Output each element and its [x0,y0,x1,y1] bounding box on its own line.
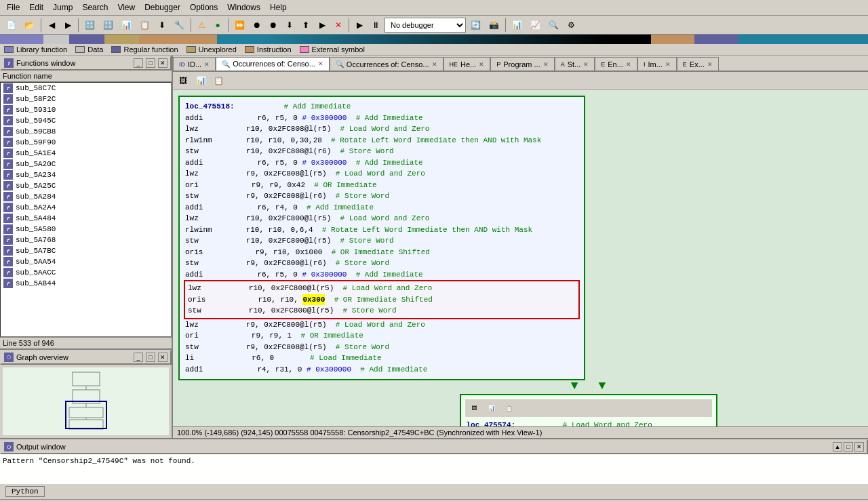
tab-hex[interactable]: HE He... ✕ [443,57,491,71]
func-sub_5A25C[interactable]: fsub_5A25C [1,180,171,191]
code-line-lwz3[interactable]: lwzr10, 0x2FC800@l(r5) # Load Word and Z… [184,213,580,224]
toolbar-stop[interactable]: ✕ [331,18,346,33]
toolbar-extra4[interactable]: ⚙ [564,18,578,33]
toolbar-extra2[interactable]: 📈 [527,18,544,33]
menu-edit[interactable]: Edit [25,1,47,14]
code-view-btn1[interactable]: 🖼 [176,73,191,88]
toolbar-warn[interactable]: ⚠ [194,18,209,33]
subgraph-btn3[interactable]: 📋 [502,401,517,416]
code-line-stw-hl[interactable]: stwr10, 0x2FC800@l(r5) # Store Word [186,305,577,317]
menu-view[interactable]: View [113,1,139,14]
debugger-dropdown[interactable]: No debugger [384,18,466,33]
menu-help[interactable]: Help [266,1,291,14]
func-sub_59310[interactable]: fsub_59310 [1,104,171,115]
func-sub_5A20C[interactable]: fsub_5A20C [1,159,171,169]
code-line-ori1[interactable]: orir9, r9, 0x42 # OR Immediate [184,180,580,191]
code-view-btn2[interactable]: 📊 [193,73,208,88]
tab-ex[interactable]: E Ex... ✕ [677,57,719,71]
graph-panel-minimize[interactable]: _ [134,353,143,362]
func-sub_5AA54[interactable]: fsub_5AA54 [1,256,171,267]
func-sub_5A1E4[interactable]: fsub_5A1E4 [1,148,171,159]
code-line-rlwinm2[interactable]: rlwinmr10, r10, 0,6,4 # Rotate Left Word… [184,224,580,236]
toolbar-extra3[interactable]: 🔍 [545,18,562,33]
toolbar-btn4[interactable]: 🔡 [100,18,117,33]
code-view-area[interactable]: 🖼 📊 📋 loc_475518: # Add Immediate addir6… [173,72,868,426]
code-line-addi1[interactable]: addir6, r5, 0 # 0x300000 # Add Immediate [184,113,580,124]
code-line-lwz4[interactable]: lwzr9, 0x2FC800@l(r5) # Load Word and Ze… [184,319,580,331]
toolbar-btn5[interactable]: 📊 [118,18,135,33]
toolbar-dbg6[interactable]: ▶ [315,18,330,33]
code-line-addi2[interactable]: addir6, r5, 0 # 0x300000 # Add Immediate [184,157,580,169]
func-sub_5A2A4[interactable]: fsub_5A2A4 [1,202,171,213]
toolbar-snapshot[interactable]: 📸 [486,18,502,33]
code-view-btn3[interactable]: 📋 [211,73,226,88]
tab-im-close[interactable]: ✕ [665,61,671,68]
toolbar-btn8[interactable]: 🔧 [171,18,188,33]
menu-debugger[interactable]: Debugger [140,1,184,14]
toolbar-step1[interactable]: ▶ [352,18,367,33]
toolbar-dbg5[interactable]: ⬆ [298,18,313,33]
tab-id[interactable]: ID ID... ✕ [173,57,216,71]
menu-options[interactable]: Options [186,1,222,14]
menu-search[interactable]: Search [78,1,112,14]
toolbar-new[interactable]: 📄 [3,18,20,33]
toolbar-dbg4[interactable]: ⬇ [282,18,297,33]
output-close[interactable]: ✕ [854,442,864,452]
toolbar-extra1[interactable]: 📊 [509,18,526,33]
toolbar-run[interactable]: ● [210,18,225,33]
subgraph-btn1[interactable]: 🖼 [467,401,481,416]
functions-panel-close[interactable]: ✕ [158,58,167,68]
toolbar-open[interactable]: 📂 [21,18,38,33]
code-line-lwz1[interactable]: lwzr10, 0x2FC808@l(r5) # Load Word and Z… [184,123,580,135]
code-line-rlwinm1[interactable]: rlwinmr10, r10, 0,30,28 # Rotate Left Wo… [184,135,580,146]
toolbar-refresh[interactable]: 🔄 [467,18,484,33]
tab-hex-close[interactable]: ✕ [479,61,484,68]
output-maximize[interactable]: □ [844,442,853,452]
toolbar-back[interactable]: ◀ [44,18,59,33]
code-line-stw3[interactable]: stwr10, 0x2FC800@l(r5) # Store Word [184,235,580,247]
tab-occurrences1[interactable]: 🔍 Occurrences of: Censo... ✕ [216,57,330,71]
func-sub_5945C[interactable]: fsub_5945C [1,115,171,126]
func-sub_5A768[interactable]: fsub_5A768 [1,235,171,245]
tab-program[interactable]: P Program ... ✕ [490,57,554,71]
code-line-ori2[interactable]: orir9, r9, 1 # OR Immediate [184,330,580,342]
tab-ex-close[interactable]: ✕ [707,61,713,68]
code-line-lwz2[interactable]: lwzr9, 0x2FC808@l(r5) # Load Word and Ze… [184,168,580,180]
menu-jump[interactable]: Jump [49,1,77,14]
toolbar-fwd[interactable]: ▶ [60,18,75,33]
toolbar-btn7[interactable]: ⬇ [155,18,170,33]
tab-occ2-close[interactable]: ✕ [432,61,437,68]
func-sub_5AACC[interactable]: fsub_5AACC [1,267,171,278]
code-line-li[interactable]: lir6, 0 # Load Immediate [184,353,580,364]
functions-panel-maximize[interactable]: □ [146,58,155,68]
func-sub_59CB8[interactable]: fsub_59CB8 [1,126,171,137]
graph-panel-maximize[interactable]: □ [146,353,155,362]
menu-file[interactable]: File [3,1,24,14]
func-sub_5A484[interactable]: fsub_5A484 [1,213,171,224]
func-sub_5A284[interactable]: fsub_5A284 [1,191,171,202]
toolbar-step2[interactable]: ⏸ [368,18,383,33]
tab-occ1-close[interactable]: ✕ [318,60,323,67]
func-sub_5AB44[interactable]: fsub_5AB44 [1,278,171,289]
code-line-stw5[interactable]: stwr9, 0x2FC808@l(r5) # Store Word [184,342,580,353]
code-line-stw1[interactable]: stwr10, 0x2FC808@l(r6) # Store Word [184,146,580,157]
tab-id-close[interactable]: ✕ [204,61,210,68]
tab-im[interactable]: I Im... ✕ [637,57,677,71]
toolbar-dbg3[interactable]: ⏺ [266,18,281,33]
tab-prog-close[interactable]: ✕ [543,61,549,68]
graph-panel-close[interactable]: ✕ [158,353,167,362]
output-restore[interactable]: ▲ [833,442,842,452]
func-sub_5A7BC[interactable]: fsub_5A7BC [1,245,171,256]
tab-st[interactable]: A St... ✕ [555,57,595,71]
code-line-oris1[interactable]: orisr9, r10, 0x1000 # OR Immediate Shift… [184,247,580,258]
python-tab[interactable]: Python [5,486,45,497]
func-sub_5A580[interactable]: fsub_5A580 [1,224,171,235]
tab-en-close[interactable]: ✕ [626,61,631,68]
func-sub_59F90[interactable]: fsub_59F90 [1,137,171,148]
code-line-oris-hl[interactable]: orisr10, r10, 0x300 # OR Immediate Shift… [186,294,577,306]
functions-panel-minimize[interactable]: _ [134,58,143,68]
func-sub_58F2C[interactable]: fsub_58F2C [1,94,171,104]
toolbar-btn3[interactable]: 🔠 [81,18,98,33]
tab-en[interactable]: E En... ✕ [595,57,637,71]
code-line-stw2[interactable]: stwr9, 0x2FC808@l(r6) # Store Word [184,191,580,202]
